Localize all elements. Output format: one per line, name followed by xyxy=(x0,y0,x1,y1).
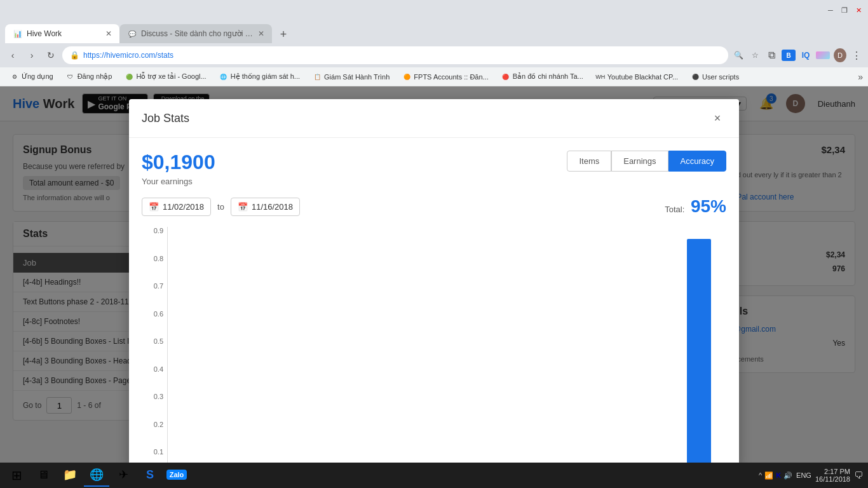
bar-1 xyxy=(687,239,711,468)
notification-center-icon[interactable]: 🗨 xyxy=(854,470,863,480)
youtube-favicon: WH xyxy=(596,72,605,81)
bookmark-apps[interactable]: ⚙ Ứng dụng xyxy=(5,71,58,83)
chrome-icon: 🌐 xyxy=(90,468,104,482)
y-label-09: 0.9 xyxy=(154,227,163,234)
monitor-favicon: 🌐 xyxy=(219,72,228,81)
apps-favicon: ⚙ xyxy=(10,72,19,81)
fpts-favicon: 🟠 xyxy=(402,72,411,81)
modal-title: Job Stats xyxy=(142,112,189,125)
taskbar-apps: 🖥 📁 🌐 ✈ S Zalo xyxy=(31,464,189,487)
bookmark-monitor[interactable]: 🌐 Hệ thống giám sát h... xyxy=(214,71,305,83)
modal-overlay[interactable]: Job Stats × $0,1900 Your earnings Items … xyxy=(0,86,868,488)
bookmark-login[interactable]: 🛡 Đăng nhập xyxy=(61,71,118,83)
map-favicon: 🔴 xyxy=(501,72,510,81)
total-percent: 95% xyxy=(691,196,726,216)
translate-icon[interactable]: B xyxy=(782,50,796,61)
network-icon[interactable]: 📶 xyxy=(764,471,773,480)
bookmark-fpts[interactable]: 🟠 FPTS Accounts :: Đăn... xyxy=(397,71,493,83)
start-button[interactable]: ⊞ xyxy=(5,464,28,487)
taskbar-desktop[interactable]: 🖥 xyxy=(31,464,56,487)
bookmark-map[interactable]: 🔴 Bản đồ chi nhánh Ta... xyxy=(496,71,588,83)
taskbar-telegram[interactable]: ✈ xyxy=(111,464,136,487)
address-bar: ‹ › ↻ 🔒 https://hivemicro.com/stats 🔍 ☆ … xyxy=(0,43,868,67)
volume-icon[interactable]: 🔊 xyxy=(783,471,792,480)
folder-icon: 📁 xyxy=(63,468,77,482)
date-range: 📅 11/02/2018 to 📅 11/16/2018 Total: 95% xyxy=(142,196,726,217)
search-icon[interactable]: 🔍 xyxy=(732,49,745,62)
minimize-btn[interactable]: ─ xyxy=(826,6,835,15)
tab-favicon-2: 💬 xyxy=(127,29,137,39)
taskbar: ⊞ 🖥 📁 🌐 ✈ S Zalo ^ 📶 K 🔊 ENG 2:17 PM xyxy=(0,463,868,488)
profile-icon[interactable]: D xyxy=(834,49,846,62)
support-favicon: 🟢 xyxy=(125,72,133,81)
maximize-btn[interactable]: ❐ xyxy=(840,6,849,15)
title-bar: ─ ❐ ✕ xyxy=(0,0,868,20)
language-indicator: ENG xyxy=(796,471,811,479)
date-from-value: 11/02/2018 xyxy=(163,202,204,212)
bookmark-youtube-label: Youtube Blackhat CP... xyxy=(607,73,678,81)
journey-favicon: 📋 xyxy=(313,72,322,81)
tab-title-1: Hive Work xyxy=(27,29,102,38)
url-bar[interactable]: 🔒 https://hivemicro.com/stats xyxy=(62,46,728,64)
date-from-input[interactable]: 📅 11/02/2018 xyxy=(142,198,211,216)
highlight-icon[interactable] xyxy=(816,51,830,59)
earnings-label: Your earnings xyxy=(142,177,215,186)
windows-icon: ⊞ xyxy=(11,468,22,483)
bookmarks-more-btn[interactable]: » xyxy=(858,72,863,82)
taskbar-time-value: 2:17 PM xyxy=(815,468,850,475)
caret-icon[interactable]: ^ xyxy=(759,471,762,479)
chart-area: 0.9 0.8 0.7 0.6 0.5 0.4 0.3 0.2 0.1 xyxy=(142,227,726,468)
desktop-icon: 🖥 xyxy=(37,468,49,482)
back-btn[interactable]: ‹ xyxy=(5,48,20,63)
calendar-from-icon: 📅 xyxy=(149,202,159,212)
taskbar-skype[interactable]: S xyxy=(137,464,163,487)
job-stats-modal: Job Stats × $0,1900 Your earnings Items … xyxy=(129,99,739,468)
tab-close-2[interactable]: ✕ xyxy=(258,29,264,38)
bookmark-journey-label: Giám Sát Hành Trình xyxy=(324,73,390,81)
bookmark-userscripts[interactable]: ⚫ User scripts xyxy=(686,71,744,83)
y-label-05: 0.5 xyxy=(154,337,163,345)
tab-accuracy-btn[interactable]: Accuracy xyxy=(668,151,726,172)
tab-hivework[interactable]: 📊 Hive Work ✕ xyxy=(5,24,119,43)
bookmark-monitor-label: Hệ thống giám sát h... xyxy=(231,72,300,81)
tab-discuss[interactable]: 💬 Discuss - Site dành cho người ch... ✕ xyxy=(119,24,272,43)
tab-bar: 📊 Hive Work ✕ 💬 Discuss - Site dành cho … xyxy=(0,20,868,43)
refresh-btn[interactable]: ↻ xyxy=(43,48,58,63)
taskbar-zalo[interactable]: Zalo xyxy=(164,464,189,487)
tab-close-1[interactable]: ✕ xyxy=(105,29,112,38)
tab-items-btn[interactable]: Items xyxy=(567,151,611,172)
new-tab-btn[interactable]: + xyxy=(275,25,292,43)
close-btn[interactable]: ✕ xyxy=(854,6,863,15)
bookmark-login-label: Đăng nhập xyxy=(78,72,112,81)
taskbar-chrome[interactable]: 🌐 xyxy=(84,464,109,487)
bookmark-apps-label: Ứng dụng xyxy=(22,72,53,81)
tab-title-2: Discuss - Site dành cho người ch... xyxy=(141,29,254,38)
taskbar-date-value: 16/11/2018 xyxy=(815,475,850,483)
telegram-icon: ✈ xyxy=(119,468,128,482)
bookmark-map-label: Bản đồ chi nhánh Ta... xyxy=(513,72,583,81)
bookmark-support[interactable]: 🟢 Hỗ trợ xe tải - Googl... xyxy=(119,71,211,83)
bookmark-support-label: Hỗ trợ xe tải - Googl... xyxy=(136,72,206,81)
y-label-07: 0.7 xyxy=(154,282,163,290)
menu-icon[interactable]: ⋮ xyxy=(850,49,863,62)
taskbar-explorer[interactable]: 📁 xyxy=(57,464,83,487)
bookmark-fpts-label: FPTS Accounts :: Đăn... xyxy=(414,73,488,81)
modal-body: $0,1900 Your earnings Items Earnings Acc… xyxy=(129,138,739,481)
date-to-input[interactable]: 📅 11/16/2018 xyxy=(231,198,300,216)
forward-btn[interactable]: › xyxy=(24,48,39,63)
extensions-icon[interactable]: ⧉ xyxy=(765,49,778,62)
modal-close-btn[interactable]: × xyxy=(709,109,726,127)
lock-icon: 🔒 xyxy=(70,51,79,60)
bookmarks-bar: ⚙ Ứng dụng 🛡 Đăng nhập 🟢 Hỗ trợ xe tải -… xyxy=(0,67,868,86)
taskbar-clock[interactable]: 2:17 PM 16/11/2018 xyxy=(815,468,850,483)
bookmark-youtube[interactable]: WH Youtube Blackhat CP... xyxy=(591,71,683,83)
kaspersky-icon: K xyxy=(776,471,781,479)
bookmark-journey[interactable]: 📋 Giám Sát Hành Trình xyxy=(308,71,395,83)
tab-earnings-btn[interactable]: Earnings xyxy=(611,151,668,172)
y-label-03: 0.3 xyxy=(154,393,163,400)
modal-header: Job Stats × xyxy=(129,99,739,138)
star-icon[interactable]: ☆ xyxy=(749,49,761,62)
bookmark-userscripts-label: User scripts xyxy=(702,73,739,81)
y-axis: 0.9 0.8 0.7 0.6 0.5 0.4 0.3 0.2 0.1 xyxy=(142,227,167,468)
iq-icon[interactable]: IQ xyxy=(799,49,812,62)
